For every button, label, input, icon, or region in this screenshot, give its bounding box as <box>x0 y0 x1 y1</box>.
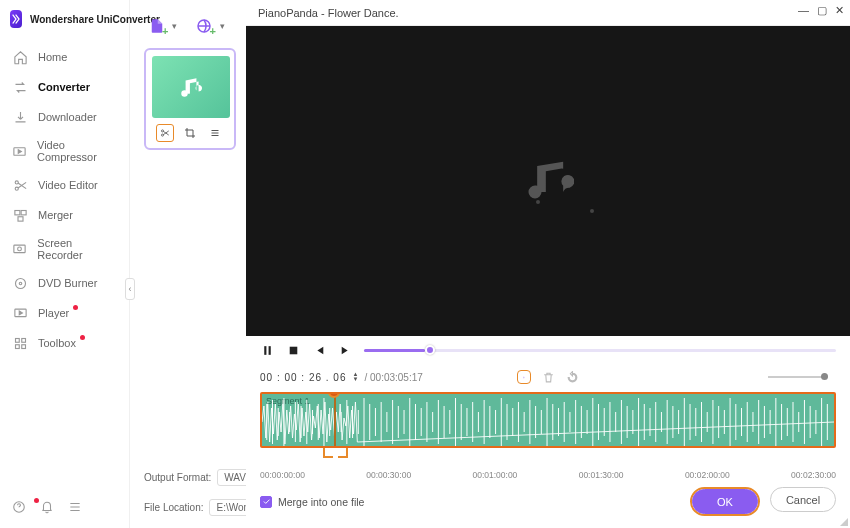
trim-button[interactable] <box>156 124 174 142</box>
svg-point-8 <box>15 278 25 288</box>
crop-button[interactable] <box>181 124 199 142</box>
current-time[interactable]: 00 : 00 : 26 . 06 <box>260 372 347 383</box>
sidebar-item-downloader[interactable]: Downloader <box>0 102 129 132</box>
sidebar-item-screen-recorder[interactable]: Screen Recorder <box>0 230 129 268</box>
add-file-button[interactable]: +▾ <box>148 17 177 35</box>
media-card[interactable] <box>144 48 236 150</box>
resize-handle-icon[interactable] <box>840 518 848 526</box>
tick-label: 00:00:30:00 <box>366 470 411 480</box>
sidebar-item-compressor[interactable]: Video Compressor <box>0 132 129 170</box>
svg-rect-5 <box>18 216 23 220</box>
help-icon[interactable] <box>12 500 26 518</box>
record-icon <box>12 241 27 257</box>
svg-rect-19 <box>264 346 266 355</box>
music-note-icon <box>522 153 574 209</box>
tick-label: 00:02:30:00 <box>791 470 836 480</box>
zoom-slider[interactable] <box>768 376 828 378</box>
media-card-actions <box>152 118 228 142</box>
grid-icon <box>12 335 28 351</box>
minimize-button[interactable]: — <box>798 4 809 17</box>
time-row: 00 : 00 : 26 . 06 ▲▼ / 00:03:05:17 <box>246 364 850 390</box>
sidebar-item-label: Converter <box>38 81 90 93</box>
file-location-label: File Location: <box>144 502 203 513</box>
home-icon <box>12 49 28 65</box>
svg-rect-13 <box>15 344 19 348</box>
sidebar-item-video-editor[interactable]: Video Editor <box>0 170 129 200</box>
svg-rect-14 <box>21 344 25 348</box>
waveform-track[interactable]: Segment 1 <box>260 392 836 448</box>
sidebar-item-label: Video Editor <box>38 179 98 191</box>
media-thumbnail <box>152 56 230 118</box>
prev-button[interactable] <box>312 343 326 357</box>
editor-title: PianoPanda - Flower Dance. <box>258 7 399 19</box>
sidebar-item-label: Player <box>38 307 69 319</box>
disc-icon <box>12 275 28 291</box>
compress-icon <box>12 143 27 159</box>
sidebar-item-label: DVD Burner <box>38 277 97 289</box>
playhead-marker-icon[interactable] <box>328 392 340 396</box>
more-button[interactable] <box>206 124 224 142</box>
bell-icon[interactable] <box>40 500 54 518</box>
cancel-button[interactable]: Cancel <box>770 487 836 512</box>
playhead[interactable] <box>334 394 336 446</box>
badge-dot-icon <box>34 498 39 503</box>
converter-icon <box>12 79 28 95</box>
svg-rect-11 <box>15 338 19 342</box>
playback-controls <box>246 336 850 364</box>
sidebar-item-dvd-burner[interactable]: DVD Burner <box>0 268 129 298</box>
sidebar-item-label: Downloader <box>38 111 97 123</box>
sidebar-item-home[interactable]: Home <box>0 42 129 72</box>
pause-button[interactable] <box>260 343 274 357</box>
tick-label: 00:01:30:00 <box>579 470 624 480</box>
maximize-button[interactable]: ▢ <box>817 4 827 17</box>
sidebar-item-merger[interactable]: Merger <box>0 200 129 230</box>
svg-rect-4 <box>21 210 26 214</box>
badge-dot-icon <box>80 335 85 340</box>
editor-titlebar: PianoPanda - Flower Dance. — ▢ ✕ <box>246 0 850 26</box>
sidebar-item-label: Video Compressor <box>37 139 117 163</box>
nav: Home Converter Downloader Video Compress… <box>0 42 129 490</box>
tick-label: 00:02:00:00 <box>685 470 730 480</box>
sidebar-item-label: Merger <box>38 209 73 221</box>
play-icon <box>12 305 28 321</box>
next-button[interactable] <box>338 343 352 357</box>
ok-button[interactable]: OK <box>692 489 758 514</box>
merge-icon <box>12 207 28 223</box>
delete-segment-button[interactable] <box>541 370 555 384</box>
checkbox-checked-icon <box>260 496 272 508</box>
time-stepper[interactable]: ▲▼ <box>353 372 359 382</box>
download-icon <box>12 109 28 125</box>
progress-bar[interactable] <box>364 349 836 352</box>
svg-point-7 <box>18 247 22 251</box>
add-url-button[interactable]: +▾ <box>195 17 224 35</box>
app-logo-icon <box>10 10 22 28</box>
zoom-knob[interactable] <box>821 373 828 380</box>
svg-rect-3 <box>14 210 19 214</box>
collapse-sidebar-button[interactable]: ‹ <box>125 278 135 300</box>
stop-button[interactable] <box>286 343 300 357</box>
sidebar-item-label: Screen Recorder <box>37 237 117 261</box>
trim-editor-panel: PianoPanda - Flower Dance. — ▢ ✕ 00 : 00… <box>246 0 850 528</box>
dot-icon <box>590 209 594 213</box>
progress-knob[interactable] <box>425 345 435 355</box>
sidebar-item-player[interactable]: Player <box>0 298 129 328</box>
close-button[interactable]: ✕ <box>835 4 844 17</box>
sidebar: Wondershare UniConverter Home Converter … <box>0 0 130 528</box>
svg-point-9 <box>19 282 22 285</box>
ok-button-highlight: OK <box>690 487 760 516</box>
svg-rect-6 <box>14 245 25 253</box>
preview-area <box>246 26 850 336</box>
badge-dot-icon <box>73 305 78 310</box>
menu-icon[interactable] <box>68 500 82 518</box>
total-duration: / 00:03:05:17 <box>364 372 422 383</box>
output-format-label: Output Format: <box>144 472 211 483</box>
sidebar-item-converter[interactable]: Converter <box>0 72 129 102</box>
sidebar-footer <box>0 490 129 528</box>
editor-footer: Merge into one file OK Cancel <box>260 487 836 516</box>
reset-button[interactable] <box>565 370 579 384</box>
sidebar-item-label: Home <box>38 51 67 63</box>
cut-segment-button[interactable] <box>517 370 531 384</box>
svg-rect-21 <box>289 346 297 354</box>
sidebar-item-toolbox[interactable]: Toolbox <box>0 328 129 358</box>
merge-checkbox[interactable]: Merge into one file <box>260 496 364 508</box>
